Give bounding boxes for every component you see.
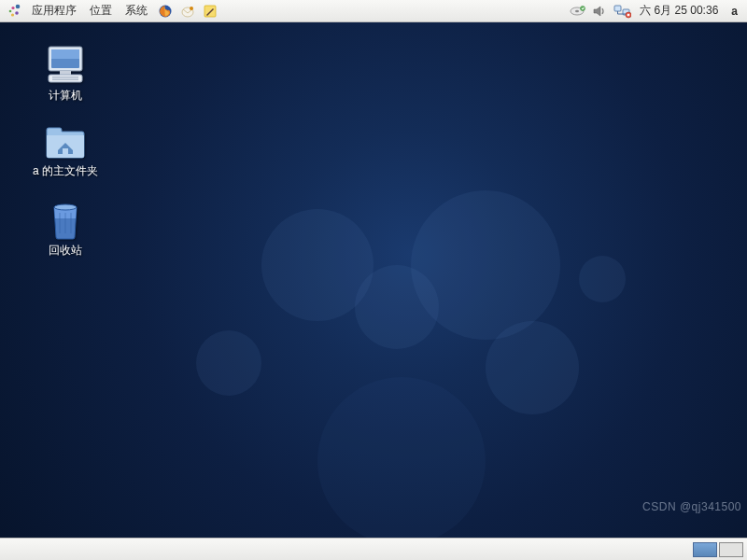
- svg-point-3: [11, 13, 14, 16]
- firefox-icon[interactable]: [156, 2, 175, 21]
- desktop-icon-label: 回收站: [49, 243, 82, 259]
- svg-rect-12: [614, 6, 621, 11]
- disk-icon[interactable]: [568, 2, 586, 21]
- desktop-icon-home[interactable]: a 的主文件夹: [19, 120, 112, 183]
- bg-bokeh: [196, 330, 261, 396]
- notes-icon[interactable]: [201, 2, 219, 21]
- menu-places[interactable]: 位置: [84, 1, 118, 21]
- workspace-2[interactable]: [719, 542, 743, 557]
- desktop-icon-label: a 的主文件夹: [33, 163, 98, 179]
- home-folder-icon: [43, 124, 88, 161]
- computer-icon: [43, 45, 88, 86]
- gnome-logo-icon[interactable]: [5, 2, 23, 21]
- svg-rect-17: [51, 49, 79, 59]
- bg-bokeh: [579, 256, 626, 302]
- top-menus: 应用程序 位置 系统: [4, 1, 220, 21]
- svg-rect-21: [52, 79, 78, 81]
- svg-point-11: [581, 6, 585, 10]
- svg-rect-19: [49, 75, 82, 82]
- desktop-icons: 计算机 a 的主文件夹 回收站: [19, 41, 112, 262]
- svg-point-0: [16, 4, 21, 8]
- watermark: CSDN @qj341500: [642, 500, 741, 513]
- desktop-icon-computer[interactable]: 计算机: [19, 41, 112, 107]
- svg-point-23: [54, 204, 77, 210]
- mail-icon[interactable]: [178, 2, 197, 21]
- trash-icon: [47, 200, 84, 241]
- clock[interactable]: 六 6月 25 00:36: [634, 3, 724, 19]
- svg-point-4: [15, 11, 19, 15]
- bg-bokeh: [317, 377, 486, 538]
- svg-point-1: [11, 6, 14, 8]
- svg-rect-22: [63, 148, 68, 154]
- bottom-panel: [0, 538, 747, 560]
- volume-icon[interactable]: [590, 2, 609, 21]
- network-icon[interactable]: [613, 2, 631, 21]
- workspace-1[interactable]: [693, 542, 717, 557]
- svg-point-7: [190, 7, 193, 10]
- svg-point-2: [9, 9, 12, 12]
- desktop-icon-label: 计算机: [49, 88, 82, 104]
- desktop[interactable]: 计算机 a 的主文件夹 回收站 CSDN @qj341500: [0, 22, 747, 538]
- top-panel: 应用程序 位置 系统: [0, 0, 747, 22]
- svg-rect-20: [52, 77, 78, 78]
- svg-rect-18: [60, 71, 71, 75]
- desktop-icon-trash[interactable]: 回收站: [19, 196, 112, 262]
- bg-bokeh: [486, 321, 579, 414]
- svg-point-10: [575, 9, 579, 11]
- user-menu[interactable]: a: [726, 5, 743, 18]
- menu-applications[interactable]: 应用程序: [26, 1, 82, 21]
- menu-system[interactable]: 系统: [120, 1, 153, 21]
- system-tray: 六 6月 25 00:36 a: [567, 2, 743, 21]
- bg-bokeh: [411, 190, 560, 340]
